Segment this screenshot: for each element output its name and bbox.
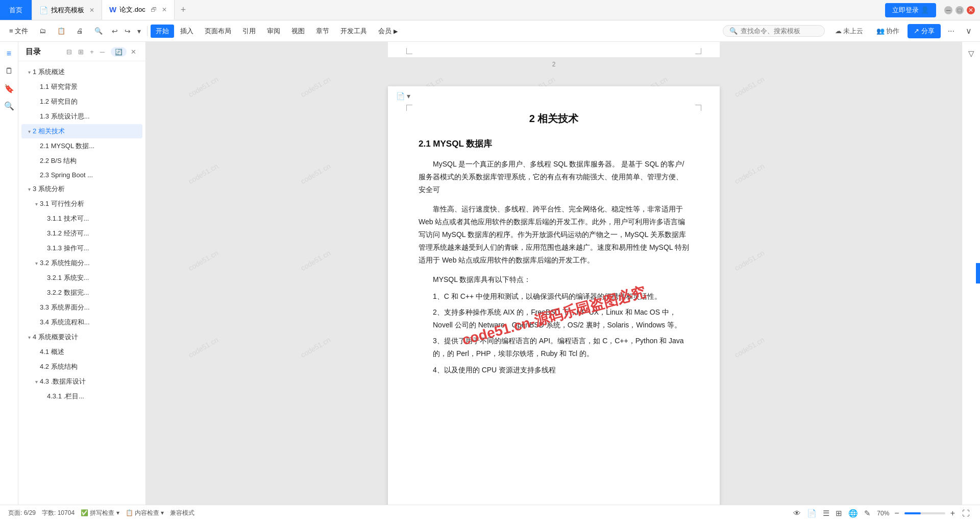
toc-remove-button[interactable]: ─ (98, 47, 107, 57)
toc-item-3-1-3[interactable]: 3.1.3 操作可... (21, 241, 142, 255)
toc-title: 目录 (26, 47, 41, 57)
view-icon-web[interactable]: 🌐 (846, 508, 860, 519)
doc-page[interactable]: 📄 ▾ 2 相关技术 2.1 MYSQL 数据库 MySQL 是一个真正的多用户… (388, 86, 720, 505)
sidebar-icon-search[interactable]: 🔍 (2, 98, 17, 113)
content-check-item[interactable]: 📋 内容检查 ▾ (126, 509, 164, 517)
preview-button[interactable]: 🔍 (89, 25, 108, 37)
page-corner-tr (695, 105, 701, 111)
tab-area: 首页 📄 找程亮模板 ✕ W 论文.doc 🗗 ✕ + (0, 0, 885, 20)
more-button[interactable]: ··· (944, 25, 959, 38)
toc-item-1-3[interactable]: 1.3 系统设计思... (21, 109, 142, 124)
toc-item-3-1-2[interactable]: 3.1.2 经济可... (21, 226, 142, 241)
view-icon-edit[interactable]: ✎ (862, 508, 873, 519)
tab-doc-restore[interactable]: 🗗 (151, 6, 157, 13)
toc-expand-all-button[interactable]: ⊞ (76, 47, 86, 57)
zoom-slider[interactable] (904, 512, 945, 514)
chapter-tab[interactable]: 章节 (311, 25, 334, 38)
share-button[interactable]: ↗ 分享 (908, 24, 941, 38)
fullscreen-button[interactable]: ⛶ (960, 508, 972, 518)
view-icon-layout[interactable]: ⊞ (834, 508, 844, 519)
tab-template[interactable]: 📄 找程亮模板 ✕ (32, 0, 102, 20)
compat-mode-item[interactable]: 兼容模式 (170, 509, 194, 517)
member-tab[interactable]: 会员 ▶ (373, 25, 403, 38)
review-tab[interactable]: 审阅 (262, 25, 285, 38)
references-tab[interactable]: 引用 (237, 25, 261, 38)
view-icon-read[interactable]: 👁 (791, 508, 803, 519)
toc-item-3-4[interactable]: 3.4 系统流程和... (21, 315, 142, 329)
toc-item-3-1[interactable]: ▾ 3.1 可行性分析 (21, 197, 142, 211)
sidebar-icon-bookmark[interactable]: 🔖 (2, 81, 17, 96)
sidebar-icon-toc[interactable]: ≡ (2, 46, 17, 61)
undo-dropdown[interactable]: ▾ (134, 25, 144, 37)
view-icon-print[interactable]: 📄 (805, 508, 819, 519)
toc-item-1-1[interactable]: 1.1 研究背景 (21, 80, 142, 94)
search-toolbar[interactable]: 🔍 (723, 25, 825, 37)
sidebar-icon-outline[interactable]: 🗒 (2, 63, 17, 79)
page-corner-tl (406, 105, 412, 111)
zoom-plus-button[interactable]: + (948, 509, 957, 518)
file-menu-button[interactable]: ≡ 文件 (4, 25, 33, 38)
toc-item-2-2[interactable]: 2.2 B/S 结构 (21, 154, 142, 168)
toc-item-4-3-1[interactable]: 4.3.1 .栏目... (21, 389, 142, 404)
doc-icon-button[interactable]: 📄 ▾ (393, 90, 413, 102)
right-sidebar-filter-btn[interactable]: ▽ (964, 46, 979, 61)
minimize-button[interactable]: ─ (944, 6, 952, 14)
toc-item-3-2[interactable]: ▾ 3.2 系统性能分... (21, 256, 142, 270)
spell-check-item[interactable]: ✅ 拼写检查 ▾ (81, 509, 119, 517)
right-sidebar-expand-btn[interactable]: › (976, 263, 980, 283)
tab-doc-icon: W (109, 5, 116, 14)
view-tab[interactable]: 视图 (286, 25, 310, 38)
toc-item-3-2-1[interactable]: 3.2.1 系统安... (21, 271, 142, 285)
page-layout-tab[interactable]: 页面布局 (200, 25, 236, 38)
toc-arrow-3-1-3 (40, 245, 47, 252)
toc-close-button[interactable]: ✕ (129, 47, 138, 57)
toc-add-button[interactable]: + (88, 47, 96, 57)
toc-item-2-3[interactable]: 2.3 Spring Boot ... (21, 169, 142, 181)
toc-item-3-label: 3 系统分析 (33, 184, 65, 194)
collab-button[interactable]: 👥 协作 (871, 25, 904, 38)
search-input[interactable] (741, 27, 817, 35)
toc-item-4-2[interactable]: 4.2 系统结构 (21, 360, 142, 374)
toc-arrow-3: ▾ (26, 185, 33, 193)
clipboard-button[interactable]: 📋 (52, 25, 70, 37)
toc-item-3-3[interactable]: 3.3 系统界面分... (21, 300, 142, 315)
redo-button[interactable]: ↪ (121, 25, 134, 37)
toc-item-3-2-1-label: 3.2.1 系统安... (47, 273, 89, 282)
view-icon-list[interactable]: ☰ (821, 508, 831, 519)
login-button[interactable]: 立即登录 👤 (885, 3, 936, 17)
doc-area[interactable]: code51.cn code51.cn code51.cn code51.cn … (146, 42, 962, 505)
undo-button[interactable]: ↩ (109, 25, 121, 37)
section-1-title: 2.1 MYSQL 数据库 (419, 138, 689, 150)
toc-item-4[interactable]: ▾ 4 系统概要设计 (21, 330, 142, 344)
toc-item-2-1-label: 2.1 MYSQL 数据... (40, 141, 94, 151)
toc-item-4-3[interactable]: ▾ 4.3 .数据库设计 (21, 374, 142, 389)
tab-doc[interactable]: W 论文.doc 🗗 ✕ (102, 0, 175, 20)
cloud-status-button[interactable]: ☁ 未上云 (830, 25, 868, 38)
toc-item-2-1[interactable]: 2.1 MYSQL 数据... (21, 139, 142, 153)
close-button[interactable]: ✕ (967, 6, 975, 14)
tab-doc-close[interactable]: ✕ (162, 6, 167, 13)
tab-template-close[interactable]: ✕ (89, 7, 94, 14)
open-button[interactable]: 🗂 (34, 25, 51, 37)
toc-item-3-2-2[interactable]: 3.2.2 数据完... (21, 286, 142, 300)
toc-item-3[interactable]: ▾ 3 系统分析 (21, 182, 142, 196)
tab-home[interactable]: 首页 (0, 0, 32, 20)
zoom-minus-button[interactable]: − (892, 509, 901, 518)
toc-item-1[interactable]: ▾ 1 系统概述 (21, 65, 142, 79)
cloud-icon: ☁ (835, 27, 842, 35)
toc-refresh-button[interactable]: 🔄 (111, 47, 127, 57)
word-count-item[interactable]: 字数: 10704 (42, 509, 75, 517)
toc-item-4-1[interactable]: 4.1 概述 (21, 345, 142, 359)
page-info-item[interactable]: 页面: 6/29 (8, 509, 36, 517)
toc-item-3-1-1[interactable]: 3.1.1 技术可... (21, 211, 142, 226)
toc-item-1-2[interactable]: 1.2 研究目的 (21, 94, 142, 109)
print-button[interactable]: 🖨 (71, 25, 88, 37)
expand-button[interactable]: ∨ (962, 24, 976, 38)
insert-tab[interactable]: 插入 (175, 25, 199, 38)
toc-collapse-all-button[interactable]: ⊟ (64, 47, 74, 57)
tab-add-button[interactable]: + (175, 0, 192, 20)
start-tab[interactable]: 开始 (151, 25, 174, 38)
toc-item-2[interactable]: ▾ 2 相关技术 (21, 124, 142, 138)
restore-button[interactable]: □ (955, 6, 964, 14)
dev-tools-tab[interactable]: 开发工具 (335, 25, 372, 38)
